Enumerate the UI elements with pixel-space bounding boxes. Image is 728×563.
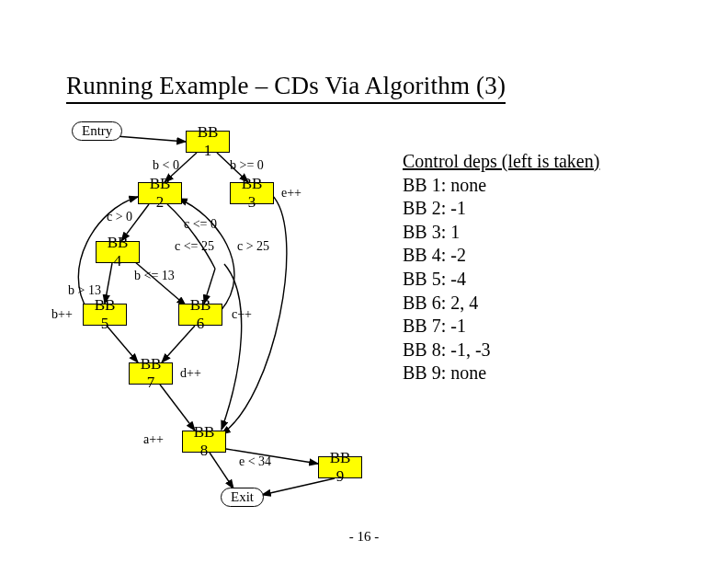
node-bb8: BB 8 xyxy=(182,431,226,453)
control-deps-heading: Control deps (left is taken) xyxy=(403,150,599,174)
label-b-pp: b++ xyxy=(51,307,73,322)
node-bb4: BB 4 xyxy=(96,241,140,263)
label-d-pp: d++ xyxy=(180,366,201,381)
node-bb5: BB 5 xyxy=(83,304,127,326)
label-b-lt-0: b < 0 xyxy=(153,158,179,173)
control-deps-panel: Control deps (left is taken) BB 1: none … xyxy=(403,150,599,385)
cfg-diagram: Entry Exit BB 1 BB 2 BB 3 BB 4 BB 5 BB 6… xyxy=(68,121,390,508)
slide-title: Running Example – CDs Via Algorithm (3) xyxy=(66,72,506,104)
label-e-lt-34: e < 34 xyxy=(239,454,271,469)
node-bb2: BB 2 xyxy=(138,182,182,204)
label-c-pp: c++ xyxy=(232,307,252,322)
label-c-gt-0: c > 0 xyxy=(107,210,132,224)
node-bb1: BB 1 xyxy=(186,131,230,153)
node-bb6: BB 6 xyxy=(178,304,222,326)
label-c-le-25: c <= 25 xyxy=(175,239,214,254)
control-deps-line: BB 4: -2 xyxy=(403,244,599,268)
node-entry: Entry xyxy=(72,121,122,141)
node-exit: Exit xyxy=(221,488,264,507)
label-b-gt-13: b > 13 xyxy=(68,283,101,298)
node-bb7: BB 7 xyxy=(129,362,173,385)
label-b-le-13: b <= 13 xyxy=(134,269,175,283)
control-deps-line: BB 6: 2, 4 xyxy=(403,292,599,316)
control-deps-line: BB 3: 1 xyxy=(403,221,599,245)
control-deps-line: BB 2: -1 xyxy=(403,197,599,221)
control-deps-line: BB 9: none xyxy=(403,362,599,385)
node-bb3: BB 3 xyxy=(230,182,274,204)
label-b-ge-0: b >= 0 xyxy=(230,158,264,173)
control-deps-line: BB 1: none xyxy=(403,174,599,198)
page-number: - 16 - xyxy=(0,529,728,545)
label-c-le-0: c <= 0 xyxy=(184,217,217,232)
label-e-pp: e++ xyxy=(281,186,301,201)
control-deps-line: BB 8: -1, -3 xyxy=(403,339,599,362)
label-a-pp: a++ xyxy=(143,432,164,447)
node-bb9: BB 9 xyxy=(318,456,362,478)
control-deps-line: BB 7: -1 xyxy=(403,315,599,339)
svg-line-12 xyxy=(262,478,335,495)
control-deps-line: BB 5: -4 xyxy=(403,268,599,292)
svg-line-0 xyxy=(116,136,186,142)
label-c-gt-25: c > 25 xyxy=(237,239,269,254)
